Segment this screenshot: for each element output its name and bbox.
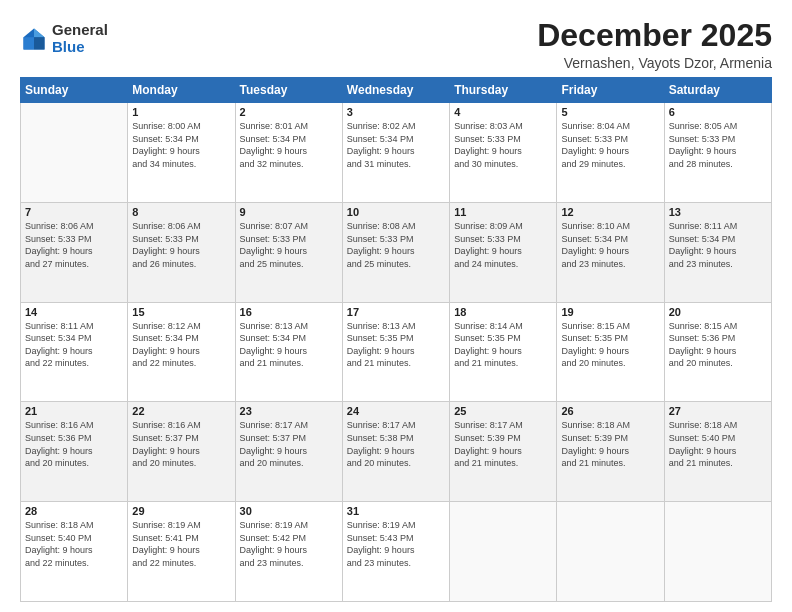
day-number: 19 <box>561 306 659 318</box>
table-row: 4Sunrise: 8:03 AM Sunset: 5:33 PM Daylig… <box>450 103 557 203</box>
day-number: 3 <box>347 106 445 118</box>
day-number: 10 <box>347 206 445 218</box>
table-row: 31Sunrise: 8:19 AM Sunset: 5:43 PM Dayli… <box>342 502 449 602</box>
day-info: Sunrise: 8:16 AM Sunset: 5:36 PM Dayligh… <box>25 419 123 469</box>
day-number: 1 <box>132 106 230 118</box>
table-row: 30Sunrise: 8:19 AM Sunset: 5:42 PM Dayli… <box>235 502 342 602</box>
day-number: 24 <box>347 405 445 417</box>
day-info: Sunrise: 8:01 AM Sunset: 5:34 PM Dayligh… <box>240 120 338 170</box>
table-row <box>21 103 128 203</box>
day-info: Sunrise: 8:18 AM Sunset: 5:40 PM Dayligh… <box>669 419 767 469</box>
day-info: Sunrise: 8:11 AM Sunset: 5:34 PM Dayligh… <box>25 320 123 370</box>
table-row: 24Sunrise: 8:17 AM Sunset: 5:38 PM Dayli… <box>342 402 449 502</box>
calendar-week-row: 7Sunrise: 8:06 AM Sunset: 5:33 PM Daylig… <box>21 202 772 302</box>
day-info: Sunrise: 8:13 AM Sunset: 5:35 PM Dayligh… <box>347 320 445 370</box>
day-number: 18 <box>454 306 552 318</box>
calendar-week-row: 21Sunrise: 8:16 AM Sunset: 5:36 PM Dayli… <box>21 402 772 502</box>
col-tuesday: Tuesday <box>235 78 342 103</box>
day-number: 16 <box>240 306 338 318</box>
table-row: 16Sunrise: 8:13 AM Sunset: 5:34 PM Dayli… <box>235 302 342 402</box>
day-number: 15 <box>132 306 230 318</box>
logo-general-text: General <box>52 22 108 39</box>
day-info: Sunrise: 8:07 AM Sunset: 5:33 PM Dayligh… <box>240 220 338 270</box>
day-info: Sunrise: 8:09 AM Sunset: 5:33 PM Dayligh… <box>454 220 552 270</box>
logo-text: General Blue <box>52 22 108 55</box>
table-row: 17Sunrise: 8:13 AM Sunset: 5:35 PM Dayli… <box>342 302 449 402</box>
day-info: Sunrise: 8:05 AM Sunset: 5:33 PM Dayligh… <box>669 120 767 170</box>
table-row: 27Sunrise: 8:18 AM Sunset: 5:40 PM Dayli… <box>664 402 771 502</box>
table-row: 1Sunrise: 8:00 AM Sunset: 5:34 PM Daylig… <box>128 103 235 203</box>
table-row: 12Sunrise: 8:10 AM Sunset: 5:34 PM Dayli… <box>557 202 664 302</box>
col-thursday: Thursday <box>450 78 557 103</box>
table-row: 5Sunrise: 8:04 AM Sunset: 5:33 PM Daylig… <box>557 103 664 203</box>
calendar-week-row: 28Sunrise: 8:18 AM Sunset: 5:40 PM Dayli… <box>21 502 772 602</box>
col-friday: Friday <box>557 78 664 103</box>
day-info: Sunrise: 8:02 AM Sunset: 5:34 PM Dayligh… <box>347 120 445 170</box>
day-number: 7 <box>25 206 123 218</box>
table-row <box>450 502 557 602</box>
day-number: 17 <box>347 306 445 318</box>
day-info: Sunrise: 8:19 AM Sunset: 5:41 PM Dayligh… <box>132 519 230 569</box>
day-info: Sunrise: 8:18 AM Sunset: 5:39 PM Dayligh… <box>561 419 659 469</box>
day-number: 14 <box>25 306 123 318</box>
day-number: 29 <box>132 505 230 517</box>
table-row: 26Sunrise: 8:18 AM Sunset: 5:39 PM Dayli… <box>557 402 664 502</box>
col-sunday: Sunday <box>21 78 128 103</box>
day-number: 21 <box>25 405 123 417</box>
day-number: 28 <box>25 505 123 517</box>
svg-marker-3 <box>24 37 35 49</box>
table-row: 22Sunrise: 8:16 AM Sunset: 5:37 PM Dayli… <box>128 402 235 502</box>
table-row: 11Sunrise: 8:09 AM Sunset: 5:33 PM Dayli… <box>450 202 557 302</box>
month-title: December 2025 <box>537 18 772 53</box>
table-row: 10Sunrise: 8:08 AM Sunset: 5:33 PM Dayli… <box>342 202 449 302</box>
day-info: Sunrise: 8:19 AM Sunset: 5:42 PM Dayligh… <box>240 519 338 569</box>
day-info: Sunrise: 8:06 AM Sunset: 5:33 PM Dayligh… <box>132 220 230 270</box>
table-row: 28Sunrise: 8:18 AM Sunset: 5:40 PM Dayli… <box>21 502 128 602</box>
table-row: 3Sunrise: 8:02 AM Sunset: 5:34 PM Daylig… <box>342 103 449 203</box>
day-number: 22 <box>132 405 230 417</box>
day-number: 5 <box>561 106 659 118</box>
day-info: Sunrise: 8:17 AM Sunset: 5:37 PM Dayligh… <box>240 419 338 469</box>
calendar-week-row: 14Sunrise: 8:11 AM Sunset: 5:34 PM Dayli… <box>21 302 772 402</box>
calendar-week-row: 1Sunrise: 8:00 AM Sunset: 5:34 PM Daylig… <box>21 103 772 203</box>
title-block: December 2025 Vernashen, Vayots Dzor, Ar… <box>537 18 772 71</box>
day-number: 26 <box>561 405 659 417</box>
table-row: 8Sunrise: 8:06 AM Sunset: 5:33 PM Daylig… <box>128 202 235 302</box>
day-info: Sunrise: 8:12 AM Sunset: 5:34 PM Dayligh… <box>132 320 230 370</box>
day-info: Sunrise: 8:10 AM Sunset: 5:34 PM Dayligh… <box>561 220 659 270</box>
day-number: 9 <box>240 206 338 218</box>
col-saturday: Saturday <box>664 78 771 103</box>
day-info: Sunrise: 8:17 AM Sunset: 5:38 PM Dayligh… <box>347 419 445 469</box>
table-row: 29Sunrise: 8:19 AM Sunset: 5:41 PM Dayli… <box>128 502 235 602</box>
day-info: Sunrise: 8:19 AM Sunset: 5:43 PM Dayligh… <box>347 519 445 569</box>
table-row: 21Sunrise: 8:16 AM Sunset: 5:36 PM Dayli… <box>21 402 128 502</box>
day-number: 11 <box>454 206 552 218</box>
location: Vernashen, Vayots Dzor, Armenia <box>537 55 772 71</box>
day-number: 8 <box>132 206 230 218</box>
day-info: Sunrise: 8:16 AM Sunset: 5:37 PM Dayligh… <box>132 419 230 469</box>
header: General Blue December 2025 Vernashen, Va… <box>20 18 772 71</box>
col-monday: Monday <box>128 78 235 103</box>
day-number: 4 <box>454 106 552 118</box>
table-row <box>557 502 664 602</box>
table-row: 2Sunrise: 8:01 AM Sunset: 5:34 PM Daylig… <box>235 103 342 203</box>
table-row: 20Sunrise: 8:15 AM Sunset: 5:36 PM Dayli… <box>664 302 771 402</box>
day-number: 2 <box>240 106 338 118</box>
day-number: 31 <box>347 505 445 517</box>
table-row: 7Sunrise: 8:06 AM Sunset: 5:33 PM Daylig… <box>21 202 128 302</box>
day-info: Sunrise: 8:17 AM Sunset: 5:39 PM Dayligh… <box>454 419 552 469</box>
day-info: Sunrise: 8:18 AM Sunset: 5:40 PM Dayligh… <box>25 519 123 569</box>
table-row: 13Sunrise: 8:11 AM Sunset: 5:34 PM Dayli… <box>664 202 771 302</box>
day-info: Sunrise: 8:15 AM Sunset: 5:35 PM Dayligh… <box>561 320 659 370</box>
svg-marker-2 <box>34 37 45 49</box>
logo-icon <box>20 25 48 53</box>
table-row <box>664 502 771 602</box>
logo-blue-text: Blue <box>52 39 108 56</box>
day-info: Sunrise: 8:06 AM Sunset: 5:33 PM Dayligh… <box>25 220 123 270</box>
table-row: 25Sunrise: 8:17 AM Sunset: 5:39 PM Dayli… <box>450 402 557 502</box>
table-row: 14Sunrise: 8:11 AM Sunset: 5:34 PM Dayli… <box>21 302 128 402</box>
table-row: 18Sunrise: 8:14 AM Sunset: 5:35 PM Dayli… <box>450 302 557 402</box>
day-number: 30 <box>240 505 338 517</box>
day-info: Sunrise: 8:13 AM Sunset: 5:34 PM Dayligh… <box>240 320 338 370</box>
day-info: Sunrise: 8:08 AM Sunset: 5:33 PM Dayligh… <box>347 220 445 270</box>
